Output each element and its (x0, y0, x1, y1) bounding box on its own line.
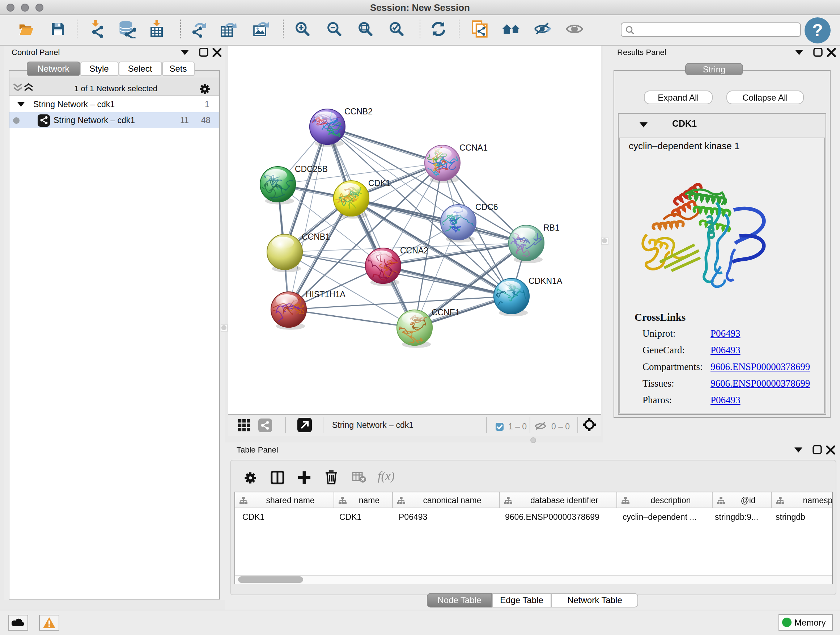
svg-text:CCNE1: CCNE1 (431, 307, 460, 317)
svg-text:CCNB2: CCNB2 (344, 106, 373, 116)
svg-text:CDK1: CDK1 (368, 178, 390, 187)
svg-text:CCNA2: CCNA2 (400, 245, 428, 255)
svg-text:CCNA1: CCNA1 (459, 143, 488, 152)
svg-text:CDKN1A: CDKN1A (529, 276, 562, 285)
svg-text:CDC6: CDC6 (475, 202, 498, 211)
svg-text:CDC25B: CDC25B (295, 164, 328, 173)
svg-text:HIST1H1A: HIST1H1A (306, 289, 346, 299)
svg-text:CCNB1: CCNB1 (302, 232, 330, 241)
svg-text:RB1: RB1 (543, 223, 560, 232)
